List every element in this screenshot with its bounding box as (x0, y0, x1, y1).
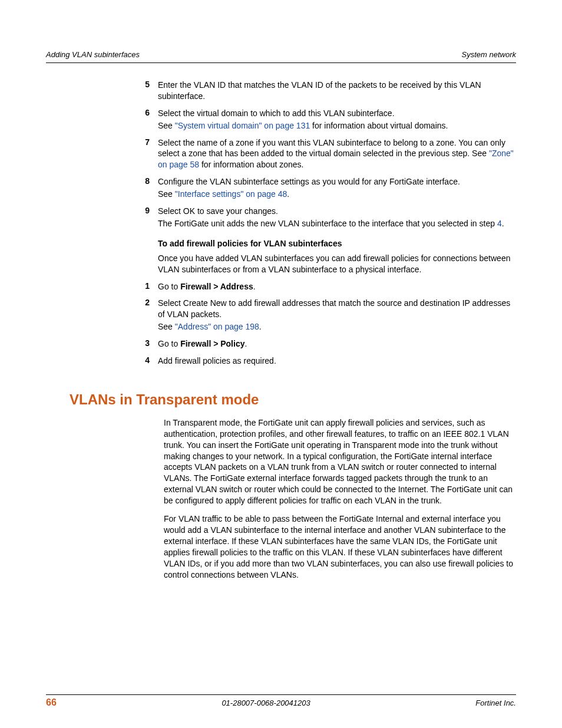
step-row: 5Enter the VLAN ID that matches the VLAN… (140, 80, 516, 103)
step-row: 3Go to Firewall > Policy. (140, 338, 516, 351)
step-line: Select the virtual domain to which to ad… (158, 108, 516, 119)
footer-rule (46, 694, 516, 695)
step-line: The FortiGate unit adds the new VLAN sub… (158, 218, 516, 229)
subsection: To add firewall policies for VLAN subint… (140, 239, 516, 275)
text-run: Enter the VLAN ID that matches the VLAN … (158, 80, 481, 101)
step-row: 7Select the name of a zone if you want t… (140, 137, 516, 172)
company-name: Fortinet Inc. (475, 699, 516, 707)
step-number: 1 (140, 281, 158, 294)
text-run: Select Create New to add firewall addres… (158, 298, 510, 319)
cross-reference-link[interactable]: "System virtual domain" on page 131 (175, 121, 310, 130)
text-run: . (502, 219, 504, 228)
text-run: . (287, 189, 289, 199)
text-run: . (244, 339, 247, 348)
step-row: 2Select Create New to add firewall addre… (140, 298, 516, 334)
text-run: . (253, 282, 256, 291)
text-run: Select the virtual domain to which to ad… (158, 108, 395, 118)
sub-heading: To add firewall policies for VLAN subint… (158, 239, 516, 248)
text-run: Select the name of a zone if you want th… (158, 138, 505, 159)
running-header: Adding VLAN subinterfaces System network (46, 50, 516, 59)
step-body: Go to Firewall > Address. (158, 281, 516, 294)
header-rule (46, 62, 516, 63)
step-number: 2 (140, 298, 158, 334)
step-line: Select OK to save your changes. (158, 206, 516, 217)
step-line: Configure the VLAN subinterface settings… (158, 176, 516, 187)
page: Adding VLAN subinterfaces System network… (0, 0, 562, 728)
step-body: Select Create New to add firewall addres… (158, 298, 516, 334)
step-line: See "Interface settings" on page 48. (158, 189, 516, 200)
step-row: 9Select OK to save your changes.The Fort… (140, 206, 516, 230)
step-line: Select Create New to add firewall addres… (158, 298, 516, 320)
body-paragraph: In Transparent mode, the FortiGate unit … (164, 417, 516, 506)
ui-path: Firewall > Address (180, 282, 253, 291)
cross-reference-link[interactable]: "Address" on page 198 (175, 322, 259, 331)
body-paragraph: For VLAN traffic to be able to pass betw… (164, 513, 516, 580)
step-number: 7 (140, 137, 158, 172)
page-number: 66 (46, 697, 57, 708)
step-body: Go to Firewall > Policy. (158, 338, 516, 351)
step-body: Select the virtual domain to which to ad… (158, 108, 516, 133)
text-run: . (259, 322, 262, 331)
step-body: Configure the VLAN subinterface settings… (158, 176, 516, 201)
text-run: Add firewall policies as required. (158, 356, 276, 365)
cross-reference-link[interactable]: 4 (497, 219, 502, 228)
text-run: for information about zones. (199, 160, 303, 169)
ui-path: Firewall > Policy (180, 339, 244, 348)
step-number: 3 (140, 338, 158, 351)
step-line: See "System virtual domain" on page 131 … (158, 120, 516, 131)
section-title: VLANs in Transparent mode (70, 391, 516, 408)
step-row: 8Configure the VLAN subinterface setting… (140, 176, 516, 201)
text-run: for information about virtual domains. (310, 121, 448, 130)
step-row: 4Add firewall policies as required. (140, 355, 516, 368)
numbered-steps-2: 1Go to Firewall > Address.2Select Create… (140, 281, 516, 368)
text-run: Go to (158, 339, 180, 348)
step-line: Select the name of a zone if you want th… (158, 137, 516, 171)
step-line: Enter the VLAN ID that matches the VLAN … (158, 80, 516, 102)
text-run: Go to (158, 282, 180, 291)
document-id: 01-28007-0068-20041203 (222, 699, 310, 707)
step-number: 8 (140, 176, 158, 201)
step-line: Go to Firewall > Policy. (158, 338, 516, 350)
step-number: 9 (140, 206, 158, 230)
numbered-steps-1: 5Enter the VLAN ID that matches the VLAN… (140, 80, 516, 230)
step-number: 6 (140, 108, 158, 133)
header-left: Adding VLAN subinterfaces (46, 50, 140, 59)
step-number: 4 (140, 355, 158, 368)
step-body: Enter the VLAN ID that matches the VLAN … (158, 80, 516, 103)
text-run: See (158, 189, 175, 199)
text-run: Select OK to save your changes. (158, 206, 278, 216)
header-right: System network (462, 50, 516, 59)
text-run: See (158, 121, 175, 130)
step-row: 1Go to Firewall > Address. (140, 281, 516, 294)
step-line: Go to Firewall > Address. (158, 281, 516, 292)
step-body: Add firewall policies as required. (158, 355, 516, 368)
step-line: Add firewall policies as required. (158, 355, 516, 367)
step-body: Select the name of a zone if you want th… (158, 137, 516, 172)
cross-reference-link[interactable]: "Interface settings" on page 48 (175, 189, 287, 199)
text-run: Configure the VLAN subinterface settings… (158, 177, 460, 186)
step-number: 5 (140, 80, 158, 103)
text-run: The FortiGate unit adds the new VLAN sub… (158, 219, 497, 228)
section-body: In Transparent mode, the FortiGate unit … (164, 417, 516, 580)
text-run: See (158, 322, 175, 331)
footer: 66 01-28007-0068-20041203 Fortinet Inc. (46, 697, 516, 708)
step-body: Select OK to save your changes.The Forti… (158, 206, 516, 230)
step-line: See "Address" on page 198. (158, 321, 516, 332)
intro-paragraph: Once you have added VLAN subinterfaces y… (158, 253, 516, 275)
step-row: 6Select the virtual domain to which to a… (140, 108, 516, 133)
